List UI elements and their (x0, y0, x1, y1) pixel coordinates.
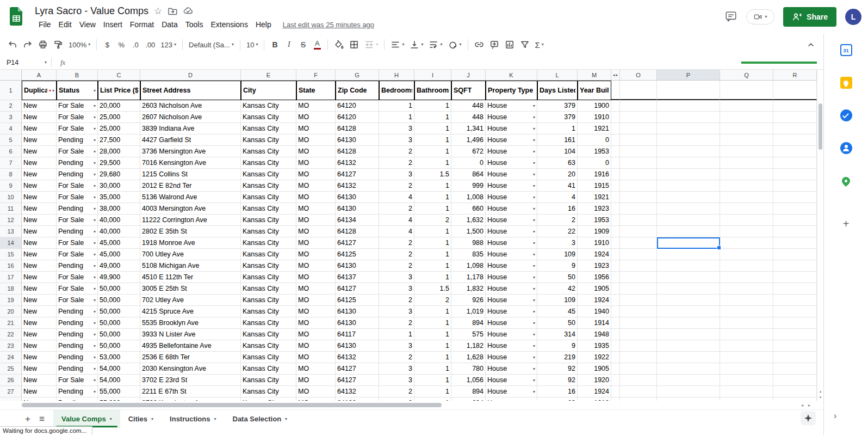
cell-C12[interactable]: 40,000 (98, 215, 140, 226)
column-header-D[interactable]: D (140, 70, 241, 81)
cell-M26[interactable]: 1920 (578, 375, 611, 386)
cell-D3[interactable]: 2607 Nicholson Ave (140, 112, 241, 123)
cell-dropdown-icon[interactable]: ▾ (532, 321, 535, 326)
cell-H17[interactable]: 3 (379, 272, 414, 283)
cell-dropdown-icon[interactable]: ▾ (92, 206, 96, 211)
cell-K18[interactable]: House▾ (486, 283, 537, 295)
cell-A2[interactable]: New (22, 100, 57, 112)
cell-M15[interactable]: 1924 (578, 249, 611, 260)
cell-dropdown-icon[interactable]: ▾ (532, 241, 535, 246)
cell-B20[interactable]: Pending▾ (57, 306, 98, 317)
cell-J3[interactable]: 448 (451, 112, 486, 123)
cell-L23[interactable]: 9 (537, 340, 578, 352)
cell-M1[interactable]: Year Built (578, 81, 611, 100)
cell-F25[interactable]: MO (296, 363, 336, 375)
cell-J15[interactable]: 835 (451, 249, 486, 260)
cell-I24[interactable]: 1 (414, 352, 451, 363)
cell-O14[interactable] (620, 237, 657, 249)
cell-E6[interactable]: Kansas City (241, 146, 296, 157)
scroll-right-button[interactable]: ▸ (808, 403, 810, 408)
cell-C22[interactable]: 50,000 (98, 329, 140, 340)
cell-H9[interactable]: 2 (379, 180, 414, 192)
column-header-R[interactable]: R (773, 70, 817, 81)
cell-G13[interactable]: 64128 (336, 226, 379, 237)
menu-file[interactable]: File (35, 19, 55, 30)
cell-M2[interactable]: 1900 (578, 100, 611, 112)
sheet-tab-value-comps[interactable]: Value Comps▾ (53, 410, 120, 428)
cell-R10[interactable] (773, 192, 817, 203)
cell-M16[interactable]: 1923 (578, 260, 611, 272)
row-header-12[interactable]: 12 (0, 215, 22, 226)
cell-F19[interactable]: MO (296, 295, 336, 306)
cell-R18[interactable] (773, 283, 817, 295)
cell-O12[interactable] (620, 215, 657, 226)
cell-C19[interactable]: 50,000 (98, 295, 140, 306)
cell-E3[interactable]: Kansas City (241, 112, 296, 123)
font-size-select[interactable]: 10▾ (244, 37, 261, 52)
cell-Q9[interactable] (720, 180, 773, 192)
cell-P23[interactable] (657, 340, 720, 352)
cell-L20[interactable]: 45 (537, 306, 578, 317)
cell-O2[interactable] (620, 100, 657, 112)
tasks-icon[interactable] (839, 108, 854, 123)
row-header-22[interactable]: 22 (0, 329, 22, 340)
cell-H11[interactable]: 2 (379, 203, 414, 215)
column-header-C[interactable]: C (98, 70, 140, 81)
cell-I25[interactable]: 1 (414, 363, 451, 375)
cell-C13[interactable]: 40,000 (98, 226, 140, 237)
cell-dropdown-icon[interactable]: ▾ (51, 88, 54, 93)
name-box[interactable]: P14 ▾ (0, 56, 47, 69)
cell-J13[interactable]: 1,500 (451, 226, 486, 237)
cell-I2[interactable]: 1 (414, 100, 451, 112)
text-wrap-button[interactable]: ▾ (426, 37, 445, 52)
column-header-Q[interactable]: Q (720, 70, 773, 81)
cell-dropdown-icon[interactable]: ▾ (92, 298, 96, 303)
cell-H14[interactable]: 2 (379, 237, 414, 249)
cell-P1[interactable] (657, 81, 720, 100)
cell-J20[interactable]: 1,019 (451, 306, 486, 317)
cell-D15[interactable]: 700 Utley Ave (140, 249, 241, 260)
cell-Q7[interactable] (720, 157, 773, 169)
cell-R26[interactable] (773, 375, 817, 386)
cell-R7[interactable] (773, 157, 817, 169)
cell-E13[interactable]: Kansas City (241, 226, 296, 237)
cell-Q10[interactable] (720, 192, 773, 203)
cell-B24[interactable]: Pending▾ (57, 352, 98, 363)
cell-P9[interactable] (657, 180, 720, 192)
cell-E7[interactable]: Kansas City (241, 157, 296, 169)
cell-I9[interactable]: 1 (414, 180, 451, 192)
cell-G7[interactable]: 64132 (336, 157, 379, 169)
cell-D24[interactable]: 2536 E 68th Ter (140, 352, 241, 363)
last-edit-link[interactable]: Last edit was 25 minutes ago (283, 21, 374, 29)
column-header-K[interactable]: K (486, 70, 537, 81)
cell-E4[interactable]: Kansas City (241, 123, 296, 134)
cell-R6[interactable] (773, 146, 817, 157)
cell-K10[interactable]: House▾ (486, 192, 537, 203)
cell-F2[interactable]: MO (296, 100, 336, 112)
cell-J7[interactable]: 0 (451, 157, 486, 169)
cell-C17[interactable]: 49,900 (98, 272, 140, 283)
cell-P25[interactable] (657, 363, 720, 375)
cell-B22[interactable]: Pending▾ (57, 329, 98, 340)
cell-I20[interactable]: 1 (414, 306, 451, 317)
cell-A8[interactable]: New (22, 169, 57, 180)
cell-G15[interactable]: 64125 (336, 249, 379, 260)
cell-C1[interactable]: List Price ($) (98, 81, 140, 100)
borders-button[interactable] (346, 37, 362, 52)
scroll-down-button[interactable]: ▾ (820, 395, 822, 400)
cell-D12[interactable]: 11222 Corrington Ave (140, 215, 241, 226)
cell-H22[interactable]: 1 (379, 329, 414, 340)
select-all-corner[interactable] (0, 70, 22, 81)
cell-L18[interactable]: 42 (537, 283, 578, 295)
cell-A3[interactable]: New (22, 112, 57, 123)
cell-B17[interactable]: For Sale▾ (57, 272, 98, 283)
row-header-7[interactable]: 7 (0, 157, 22, 169)
format-currency-button[interactable]: $ (100, 37, 114, 52)
cell-D22[interactable]: 3933 N Lister Ave (140, 329, 241, 340)
cell-dropdown-icon[interactable]: ▾ (92, 149, 96, 154)
cell-B3[interactable]: For Sale▾ (57, 112, 98, 123)
contacts-icon[interactable] (839, 140, 854, 156)
cell-L25[interactable]: 92 (537, 363, 578, 375)
cell-K21[interactable]: House▾ (486, 317, 537, 329)
cell-J16[interactable]: 1,098 (451, 260, 486, 272)
